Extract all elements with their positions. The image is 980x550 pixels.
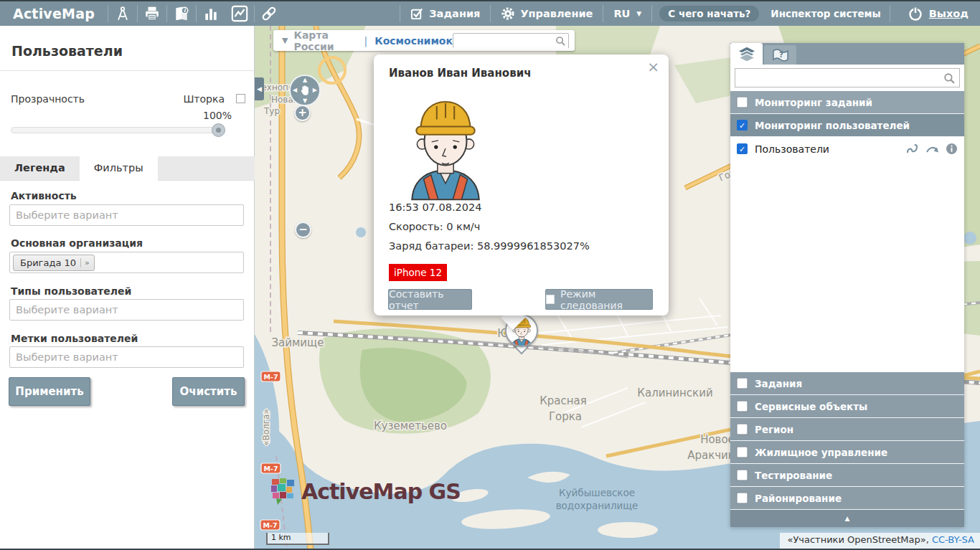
measure-tool-button[interactable]: [108, 1, 137, 26]
create-report-button[interactable]: Составить отчет: [388, 289, 472, 310]
group-users-monitoring[interactable]: Мониторинг пользователей: [730, 114, 964, 137]
layer-row-users[interactable]: Пользователи: [730, 137, 964, 161]
header-right: Задания Управление RU▼ С чего начать? Ин…: [400, 1, 980, 26]
clear-button[interactable]: Очистить: [172, 377, 245, 406]
layers-search-row: [730, 65, 964, 91]
cc-by-sa-link[interactable]: CC-BY-SA: [932, 534, 974, 545]
group-districting[interactable]: Районирование: [730, 487, 964, 510]
search-icon[interactable]: [555, 36, 566, 47]
pan-right-icon[interactable]: ▶: [313, 87, 317, 93]
group-housing[interactable]: Жилищное управление: [730, 441, 964, 464]
layers-search-box[interactable]: [735, 68, 960, 87]
printer-icon: [144, 6, 160, 22]
group-region-checkbox[interactable]: [737, 424, 748, 435]
sidebar-tabs: Легенда Фильтры: [0, 156, 255, 181]
group-users-monitoring-checkbox[interactable]: [737, 120, 748, 131]
panel-title: Пользователи: [0, 26, 254, 71]
follow-arrow-icon[interactable]: [925, 143, 940, 155]
group-service-objects[interactable]: Сервисные объекты: [730, 395, 964, 418]
map-pan-control[interactable]: ▲ ▼ ◀ ▶: [289, 75, 321, 106]
group-testing[interactable]: Тестирование: [730, 464, 964, 487]
language-selector[interactable]: RU▼: [603, 8, 651, 19]
group-districting-checkbox[interactable]: [737, 493, 748, 503]
getting-started-button[interactable]: С чего начать?: [659, 6, 759, 22]
map-label-tur: Тур: [263, 106, 280, 116]
popup-battery: Заряд батареи: 58.9999961853027%: [389, 240, 590, 252]
layers-icon: [738, 46, 756, 62]
filter-user-tags-select[interactable]: [9, 346, 244, 368]
app-logo[interactable]: ActiveMap: [0, 6, 108, 22]
group-tasks-checkbox[interactable]: [737, 378, 748, 389]
track-icon[interactable]: [905, 143, 920, 155]
info-icon[interactable]: [946, 143, 958, 155]
statistics-button[interactable]: [197, 1, 225, 26]
tab-map-legend[interactable]: ?: [764, 45, 796, 65]
group-tasks[interactable]: Задания: [730, 372, 964, 395]
search-icon[interactable]: [943, 72, 956, 85]
group-tasks-monitoring[interactable]: Мониторинг заданий: [730, 91, 964, 114]
transparency-slider-thumb[interactable]: [212, 123, 225, 137]
activemap-watermark: ActiveMap GS: [270, 478, 461, 505]
apply-button[interactable]: Применить: [9, 377, 90, 406]
chip-remove-icon[interactable]: »: [80, 258, 90, 267]
divider: [651, 5, 652, 22]
map-label-zaymishche: Займище: [272, 336, 324, 349]
activemap-logo-text: ActiveMap GS: [301, 479, 461, 504]
layers-search-input[interactable]: [735, 69, 943, 87]
layer-users-actions: [905, 143, 958, 155]
layers-panel-collapse-button[interactable]: ▲: [730, 510, 964, 527]
measure-icon: [115, 6, 131, 22]
nav-management[interactable]: Управление: [491, 6, 603, 21]
basemap-option-satellite[interactable]: Космоснимок: [374, 35, 453, 47]
group-testing-checkbox[interactable]: [737, 470, 748, 480]
print-button[interactable]: [138, 1, 166, 26]
system-inspector-button[interactable]: Инспектор системы: [762, 8, 889, 19]
tab-layers[interactable]: [730, 43, 763, 65]
shield-m7: М-7: [263, 373, 278, 381]
map-label-kuzemetyevo: Куземетьево: [374, 419, 447, 432]
layer-users-checkbox[interactable]: [737, 143, 748, 154]
follow-mode-button[interactable]: Режим следования: [545, 289, 653, 310]
charts-button[interactable]: [225, 1, 254, 26]
group-housing-checkbox[interactable]: [737, 447, 748, 457]
transparency-slider[interactable]: [11, 127, 222, 133]
pan-left-icon[interactable]: ◀: [293, 87, 297, 93]
layers-panel: ? Мониторинг заданий Мониторинг пользова…: [730, 43, 964, 527]
filter-organization-select[interactable]: Бригада 10 »: [9, 252, 244, 273]
filter-activity-select[interactable]: [9, 204, 244, 226]
curtain-checkbox[interactable]: [236, 94, 245, 103]
basemap-collapse-icon[interactable]: ▼: [282, 36, 288, 45]
map-search-box[interactable]: [453, 33, 569, 49]
share-link-button[interactable]: [255, 1, 283, 26]
bar-chart-icon: [203, 6, 219, 22]
reference-book-icon: i: [174, 6, 189, 22]
zoom-out-button[interactable]: −: [295, 222, 311, 238]
follow-mode-checkbox[interactable]: [546, 295, 555, 304]
nav-tasks[interactable]: Задания: [400, 7, 490, 21]
svg-text:?: ?: [779, 51, 783, 59]
reference-button[interactable]: i: [167, 1, 196, 26]
group-tasks-monitoring-checkbox[interactable]: [737, 97, 748, 108]
logout-button[interactable]: Выход: [890, 6, 980, 22]
map-label-reservoir-1: Куйбышевское: [559, 487, 635, 498]
sidebar-collapse-button[interactable]: ◀: [255, 77, 264, 100]
organization-chip[interactable]: Бригада 10 »: [13, 255, 95, 271]
zoom-in-button[interactable]: +: [294, 105, 311, 121]
group-region[interactable]: Регион: [730, 418, 964, 441]
layers-panel-body: [730, 161, 964, 372]
close-icon[interactable]: ×: [647, 58, 659, 75]
tab-legend[interactable]: Легенда: [0, 156, 80, 180]
pan-down-icon[interactable]: ▼: [303, 98, 307, 104]
pan-up-icon[interactable]: ▲: [303, 77, 307, 83]
divider: |: [364, 35, 368, 47]
power-icon: [908, 6, 923, 22]
group-service-objects-checkbox[interactable]: [737, 401, 748, 412]
map-search-input[interactable]: [453, 34, 568, 49]
tab-filters[interactable]: Фильтры: [80, 156, 158, 181]
gear-icon: [501, 6, 515, 21]
filter-user-types-select[interactable]: [9, 299, 244, 321]
tasks-checkbox-icon: [410, 7, 424, 21]
map-label-gorka: Горка: [549, 410, 582, 423]
chevron-down-icon: ▼: [636, 10, 641, 17]
basemap-option-russia[interactable]: Карта России: [293, 29, 357, 52]
